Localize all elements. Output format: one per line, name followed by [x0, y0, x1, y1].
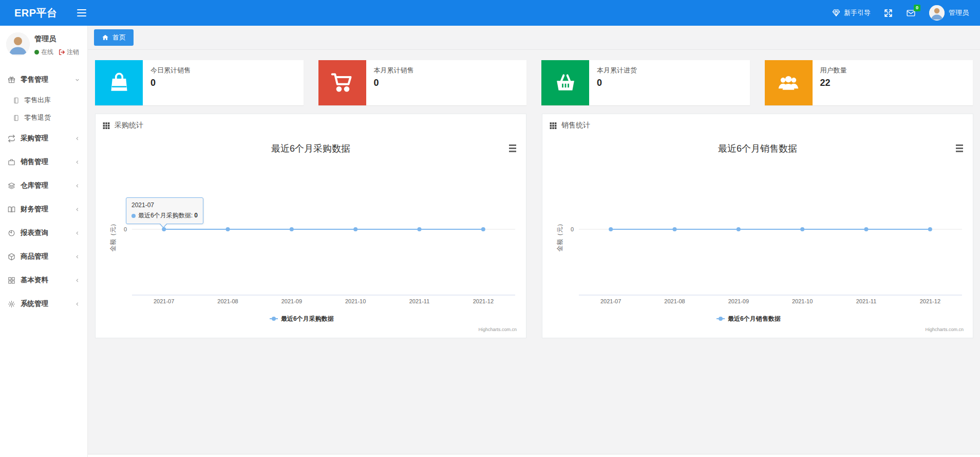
tab-home[interactable]: 首页 [94, 29, 134, 46]
sidebar-profile: 管理员 在线 注销 [0, 26, 87, 63]
stat-card-user-count: 用户数量 22 [765, 60, 973, 105]
legend-label[interactable]: 最近6个月销售数据 [728, 315, 781, 322]
highcharts-credits[interactable]: Highcharts.com.cn [925, 327, 964, 332]
x-tick-label: 2021-11 [409, 298, 430, 304]
sidebar: 管理员 在线 注销 零售管理 零售出库 零售退货 [0, 26, 88, 457]
panel-title: 采购统计 [115, 121, 143, 130]
tooltip-header: 2021-07 [131, 202, 198, 209]
chart-title: 最近6个月采购数据 [271, 143, 350, 154]
pie-chart-icon [8, 229, 15, 237]
mail-badge: 0 [914, 5, 920, 11]
main-content: 首页 今日累计销售 0 本月累计销售 0 [88, 26, 980, 457]
x-tick-label: 2021-07 [154, 298, 174, 304]
sidebar-item-retail[interactable]: 零售管理 [0, 68, 87, 92]
grid-icon [8, 277, 15, 284]
chart-export-menu-button[interactable] [953, 142, 966, 154]
x-tick-label: 2021-10 [345, 298, 366, 304]
tab-bar: 首页 [88, 26, 980, 50]
sidebar-toggle-icon[interactable] [77, 9, 86, 17]
chevron-down-icon [74, 77, 80, 83]
data-point[interactable] [928, 227, 932, 231]
purchase-chart[interactable]: 最近6个月采购数据金额（元）02021-072021-082021-092021… [100, 135, 522, 337]
profile-name: 管理员 [34, 32, 79, 44]
chevron-left-icon [74, 230, 80, 236]
stat-card-month-purchase: 本月累计进货 0 [541, 60, 750, 105]
mail-button[interactable]: 0 [906, 9, 916, 17]
book-icon [13, 115, 20, 121]
data-point[interactable] [864, 227, 869, 231]
sidebar-item-basic-data[interactable]: 基本资料 [0, 268, 87, 292]
sidebar-item-reports[interactable]: 报表查询 [0, 221, 87, 245]
guide-link[interactable]: 新手引导 [832, 8, 871, 17]
sales-chart[interactable]: 最近6个月销售数据金额（元）02021-072021-082021-092021… [546, 135, 969, 337]
panel-header: 销售统计 [542, 114, 973, 135]
x-tick-label: 2021-12 [920, 298, 940, 304]
online-status-label: 在线 [41, 48, 53, 57]
box-icon [8, 253, 15, 261]
logout-link[interactable]: 注销 [59, 48, 79, 57]
stat-cards: 今日累计销售 0 本月累计销售 0 本月累计进货 0 [95, 60, 973, 105]
footer-strip [88, 454, 980, 457]
briefcase-icon [8, 158, 15, 166]
sidebar-item-sales[interactable]: 销售管理 [0, 150, 87, 174]
panel-title: 销售统计 [561, 121, 590, 130]
chevron-left-icon [74, 136, 80, 141]
sidebar-item-purchase[interactable]: 采购管理 [0, 126, 87, 150]
sidebar-item-system[interactable]: 系统管理 [0, 292, 87, 316]
data-point[interactable] [673, 227, 677, 231]
th-grid-icon [103, 122, 110, 129]
y-axis-title: 金额（元） [109, 221, 117, 252]
stat-value: 0 [597, 78, 637, 88]
panel-header: 采购统计 [96, 114, 526, 135]
x-tick-label: 2021-11 [856, 298, 877, 304]
legend-label[interactable]: 最近6个月采购数据 [281, 315, 334, 322]
x-tick-label: 2021-09 [281, 298, 302, 304]
data-point[interactable] [800, 227, 804, 231]
sidebar-item-retail-return[interactable]: 零售退货 [0, 109, 87, 126]
book-open-icon [8, 206, 15, 213]
x-tick-label: 2021-08 [217, 298, 238, 304]
chart-export-menu-button[interactable] [506, 142, 519, 154]
x-tick-label: 2021-12 [473, 298, 494, 304]
sidebar-item-retail-outbound[interactable]: 零售出库 [0, 92, 87, 109]
tooltip-series-line: 最近6个月采购数据: 0 [131, 211, 198, 220]
repeat-icon [8, 135, 15, 142]
x-tick-label: 2021-10 [792, 298, 813, 304]
data-point[interactable] [290, 227, 294, 231]
chart-svg[interactable]: 最近6个月采购数据金额（元）02021-072021-082021-092021… [100, 135, 522, 337]
chevron-left-icon [74, 278, 80, 283]
x-tick-label: 2021-07 [600, 298, 621, 304]
chevron-left-icon [74, 301, 80, 307]
user-name: 管理员 [949, 8, 969, 17]
online-status-icon [34, 50, 39, 54]
data-point[interactable] [353, 227, 357, 231]
avatar [929, 5, 945, 21]
chevron-left-icon [74, 159, 80, 165]
sidebar-item-goods[interactable]: 商品管理 [0, 245, 87, 268]
chevron-left-icon [74, 207, 80, 212]
fullscreen-button[interactable] [884, 9, 893, 17]
user-menu[interactable]: 管理员 [929, 5, 969, 21]
stat-card-today-sales: 今日累计销售 0 [95, 60, 304, 105]
sidebar-item-warehouse[interactable]: 仓库管理 [0, 174, 87, 197]
chart-tooltip: 2021-07最近6个月采购数据: 0 [126, 197, 203, 224]
sign-out-icon [59, 49, 65, 56]
data-point[interactable] [418, 227, 422, 231]
layers-icon [8, 182, 15, 190]
stat-card-month-sales: 本月累计销售 0 [318, 60, 527, 105]
app-brand: ERP平台 [0, 6, 58, 20]
avatar [6, 32, 30, 56]
data-point[interactable] [609, 227, 613, 231]
highcharts-credits[interactable]: Highcharts.com.cn [478, 327, 517, 332]
chart-svg[interactable]: 最近6个月销售数据金额（元）02021-072021-082021-092021… [546, 135, 969, 337]
users-icon [765, 60, 813, 105]
home-icon [102, 34, 109, 41]
gift-icon [8, 76, 15, 84]
y-tick-label: 0 [124, 226, 127, 232]
data-point[interactable] [737, 227, 741, 231]
basket-icon [541, 60, 589, 105]
sales-stats-panel: 销售统计 最近6个月销售数据金额（元）02021-072021-082021-0… [542, 114, 973, 338]
data-point[interactable] [226, 227, 230, 231]
sidebar-item-finance[interactable]: 财务管理 [0, 197, 87, 221]
data-point[interactable] [481, 227, 485, 231]
